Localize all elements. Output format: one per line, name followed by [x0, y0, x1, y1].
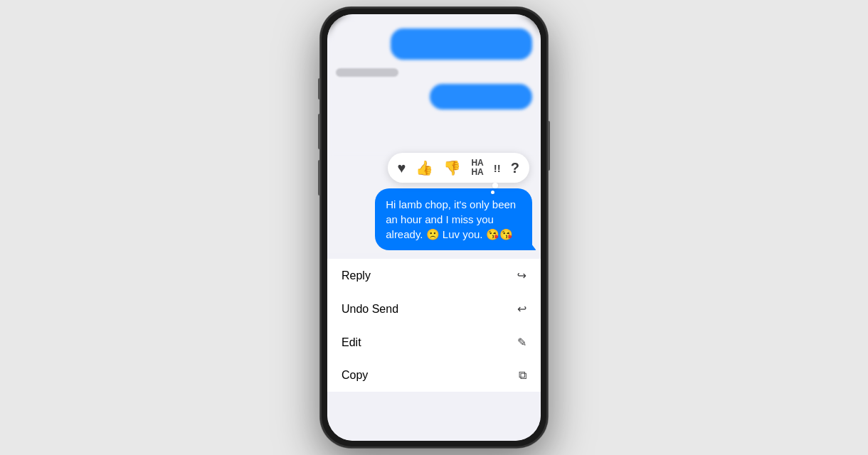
edit-icon: ✎	[517, 336, 526, 349]
chat-background	[327, 14, 541, 156]
thumbs-down-reaction[interactable]: 👎	[443, 159, 461, 176]
bg-bubble-1	[391, 28, 532, 60]
copy-label: Copy	[342, 369, 368, 382]
message-text: Hi lamb chop, it's only been an hour and…	[386, 198, 516, 240]
message-bubble: Hi lamb chop, it's only been an hour and…	[375, 188, 532, 250]
chat-overlay: ♥ 👍 👎 HAHA !! ? Hi lamb chop, it's only …	[327, 14, 541, 441]
bg-sender-label	[336, 68, 398, 77]
undo-send-icon: ↩	[517, 302, 526, 316]
heart-reaction[interactable]: ♥	[398, 160, 406, 176]
reply-label: Reply	[342, 269, 371, 282]
edit-label: Edit	[342, 336, 361, 349]
power-button[interactable]	[548, 121, 550, 171]
exclamation-reaction[interactable]: !!	[494, 162, 501, 174]
reaction-bar: ♥ 👍 👎 HAHA !! ?	[388, 153, 529, 183]
mute-button[interactable]	[318, 78, 320, 100]
menu-item-copy[interactable]: Copy ⧉	[327, 359, 541, 392]
undo-send-label: Undo Send	[342, 303, 398, 316]
haha-reaction[interactable]: HAHA	[471, 159, 483, 177]
bg-bubble-2	[430, 84, 532, 109]
phone-screen: ♥ 👍 👎 HAHA !! ? Hi lamb chop, it's only …	[327, 14, 541, 441]
context-menu: Reply ↩ Undo Send ↩ Edit ✎ Copy ⧉	[327, 253, 541, 441]
menu-item-edit[interactable]: Edit ✎	[327, 326, 541, 359]
copy-icon: ⧉	[519, 369, 526, 382]
reaction-area: ♥ 👍 👎 HAHA !! ?	[327, 153, 541, 183]
menu-item-reply[interactable]: Reply ↩	[327, 259, 541, 292]
message-area: Hi lamb chop, it's only been an hour and…	[327, 183, 541, 253]
phone-frame-wrapper: ♥ 👍 👎 HAHA !! ? Hi lamb chop, it's only …	[320, 7, 548, 448]
volume-down-button[interactable]	[318, 160, 320, 196]
reply-icon: ↩	[517, 269, 526, 282]
menu-item-undo-send[interactable]: Undo Send ↩	[327, 292, 541, 326]
thumbs-up-reaction[interactable]: 👍	[416, 159, 433, 176]
question-reaction[interactable]: ?	[511, 160, 519, 176]
volume-up-button[interactable]	[318, 114, 320, 149]
